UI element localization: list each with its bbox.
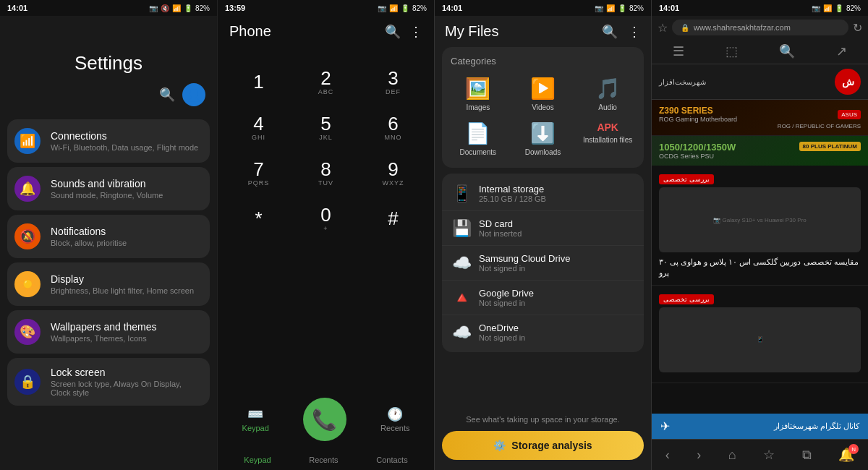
call-button[interactable]: 📞 <box>303 398 346 441</box>
files-search-icon[interactable]: 🔍 <box>602 24 618 40</box>
settings-title: Settings <box>75 52 142 74</box>
dialpad-key-star[interactable]: * <box>234 198 284 238</box>
login-icon[interactable]: ⬚ <box>726 43 738 59</box>
storage-internal[interactable]: 📱 Internal storage 25.10 GB / 128 GB <box>442 176 644 211</box>
keypad-bottom-label: Keypad <box>244 456 271 464</box>
search-icon[interactable]: 🔍 <box>159 87 175 103</box>
storage-samsung-cloud[interactable]: ☁️ Samsung Cloud Drive Not signed in <box>442 246 644 281</box>
asus-badge: ASUS <box>838 110 861 119</box>
article-second[interactable]: بررسی تخصصی 📱 <box>652 286 868 383</box>
tabs-icon[interactable]: ⧉ <box>796 445 817 466</box>
recents-bottom-label: Recents <box>309 456 338 464</box>
storage-sdcard[interactable]: 💾 SD card Not inserted <box>442 211 644 246</box>
category-downloads[interactable]: ⬇️ Downloads <box>513 119 574 159</box>
storage-analysis-icon: ⚙️ <box>493 440 506 451</box>
settings-item-display[interactable]: ☀️ Display Brightness, Blue light filter… <box>7 262 210 306</box>
dialpad-row-4: * 0+ # <box>225 198 427 238</box>
contacts-bottom-label: Contacts <box>376 456 407 464</box>
phone-title: Phone <box>229 23 271 40</box>
tab-keypad[interactable]: ⌨️ Keypad <box>242 406 269 432</box>
dialpad-key-6[interactable]: 6MNO <box>368 107 419 147</box>
lock-icon: 🔒 <box>681 24 689 32</box>
avatar[interactable]: 👤 <box>182 83 205 106</box>
phone-search-icon[interactable]: 🔍 <box>385 24 401 40</box>
psu-banner[interactable]: 1050/1200/1350W OCDG Series PSU 80 PLUS … <box>652 135 868 166</box>
refresh-icon[interactable]: ↻ <box>853 21 862 35</box>
forward-icon[interactable]: › <box>691 445 707 466</box>
browser-panel: 14:01 📷 📶 🔋 82% ☆ 🔒 www.shahresakhtafzar… <box>651 0 868 470</box>
notifications-icon[interactable]: 🔔 N <box>833 444 860 466</box>
tab-contacts-bottom[interactable]: Contacts <box>376 456 407 464</box>
tab-recents-bottom[interactable]: Recents <box>309 456 338 464</box>
status-bar-settings: 14:01 📷 🔇 📶 🔋 82% <box>0 0 217 16</box>
article-samsung[interactable]: بررسی تخصصی 📷 Galaxy S10+ vs Huawei P30 … <box>652 166 868 286</box>
status-bar-browser: 14:01 📷 📶 🔋 82% <box>652 0 868 16</box>
lockscreen-icon: 🔒 <box>14 369 41 395</box>
dialpad-key-8[interactable]: 8TUV <box>301 153 352 192</box>
settings-item-wallpapers[interactable]: 🎨 Wallpapers and themes Wallpapers, Them… <box>7 310 210 354</box>
category-documents[interactable]: 📄 Documents <box>448 119 509 159</box>
browser-top-actions: ☆ 🔒 www.shahresakhtafzar.com ↻ <box>652 16 868 39</box>
samsung-cloud-sub: Not signed in <box>479 264 570 273</box>
url-text: www.shahresakhtafzar.com <box>694 23 840 32</box>
settings-item-notifications[interactable]: 🔕 Notifications Block, allow, prioritise <box>7 215 210 258</box>
files-more-icon[interactable]: ⋮ <box>628 24 641 40</box>
category-images[interactable]: 🖼️ Images <box>448 74 509 114</box>
share-icon[interactable]: ↗ <box>836 43 847 59</box>
category-videos[interactable]: ▶️ Videos <box>513 74 574 114</box>
status-bar-phone: 13:59 📷 📶 🔋 82% <box>218 0 434 16</box>
storage-google-drive[interactable]: 🔺 Google Drive Not signed in <box>442 281 644 315</box>
dialpad-key-5[interactable]: 5JKL <box>301 107 352 147</box>
dialpad-key-1[interactable]: 1 <box>234 61 284 101</box>
dialpad-key-3[interactable]: 3DEF <box>368 61 419 101</box>
phone-header: Phone 🔍 ⋮ <box>218 16 434 47</box>
phone-more-icon[interactable]: ⋮ <box>409 24 422 40</box>
settings-item-lockscreen[interactable]: 🔒 Lock screen Screen lock type, Always O… <box>7 358 210 406</box>
dialpad-row-3: 7PQRS 8TUV 9WXYZ <box>225 153 427 192</box>
article1-title: مقایسه تخصصی دوربین گلکسی اس ۱۰ پلاس و ه… <box>659 257 861 279</box>
videos-label: Videos <box>532 103 553 111</box>
apk-label: Installation files <box>583 136 632 144</box>
notifications-title: Notifications <box>51 226 127 237</box>
category-apk[interactable]: APK Installation files <box>577 119 638 159</box>
dialpad-key-9[interactable]: 9WXYZ <box>368 153 419 192</box>
sounds-sub: Sound mode, Ringtone, Volume <box>51 191 163 200</box>
telegram-icon: ✈ <box>660 419 670 433</box>
bookmark-star-icon[interactable]: ☆ <box>658 21 668 35</box>
psu-series: OCDG Series PSU <box>659 153 736 160</box>
files-categories: Categories 🖼️ Images ▶️ Videos 🎵 Audio 📄… <box>442 47 644 168</box>
display-icon: ☀️ <box>14 271 41 297</box>
settings-list: 📶 Connections Wi-Fi, Bluetooth, Data usa… <box>0 119 217 470</box>
documents-label: Documents <box>460 148 497 156</box>
rog-banner[interactable]: Z390 SERIES ROG Gaming Motherboard ASUS … <box>652 100 868 135</box>
files-title: My Files <box>445 23 498 40</box>
phone-panel: 13:59 📷 📶 🔋 82% Phone 🔍 ⋮ 1 2ABC 3DEF 4G… <box>217 0 434 470</box>
favorites-icon[interactable]: ☆ <box>757 444 780 466</box>
sdcard-icon: 💾 <box>452 219 472 238</box>
url-bar[interactable]: 🔒 www.shahresakhtafzar.com <box>672 20 848 35</box>
back-icon[interactable]: ‹ <box>660 445 676 466</box>
hamburger-menu-icon[interactable]: ☰ <box>673 43 684 59</box>
dialpad-row-2: 4GHI 5JKL 6MNO <box>225 107 427 147</box>
storage-analysis-button[interactable]: ⚙️ Storage analysis <box>442 431 644 460</box>
category-audio[interactable]: 🎵 Audio <box>577 74 638 114</box>
dialpad-key-0[interactable]: 0+ <box>301 198 352 238</box>
dialpad-key-hash[interactable]: # <box>368 198 419 238</box>
dialpad-key-7[interactable]: 7PQRS <box>234 153 284 192</box>
storage-onedrive[interactable]: ☁️ OneDrive Not signed in <box>442 315 644 349</box>
onedrive-icon: ☁️ <box>452 323 472 342</box>
tab-recents[interactable]: 🕐 Recents <box>380 406 409 432</box>
telegram-bar[interactable]: ✈ کانال تلگرام شهرسختافزار <box>652 414 868 439</box>
tab-keypad-bottom[interactable]: Keypad <box>244 456 271 464</box>
browser-search-icon[interactable]: 🔍 <box>779 43 795 59</box>
browser-content: Z390 SERIES ROG Gaming Motherboard ASUS … <box>652 100 868 414</box>
settings-item-sounds[interactable]: 🔔 Sounds and vibration Sound mode, Ringt… <box>7 167 210 210</box>
dialpad-key-4[interactable]: 4GHI <box>234 107 284 147</box>
home-icon[interactable]: ⌂ <box>723 445 742 466</box>
samsung-cloud-icon: ☁️ <box>452 254 472 273</box>
dialpad-row-1: 1 2ABC 3DEF <box>225 61 427 101</box>
internal-storage-title: Internal storage <box>479 184 546 195</box>
dialpad-key-2[interactable]: 2ABC <box>301 61 352 101</box>
notifications-icon: 🔕 <box>14 223 41 249</box>
settings-item-connections[interactable]: 📶 Connections Wi-Fi, Bluetooth, Data usa… <box>7 119 210 163</box>
